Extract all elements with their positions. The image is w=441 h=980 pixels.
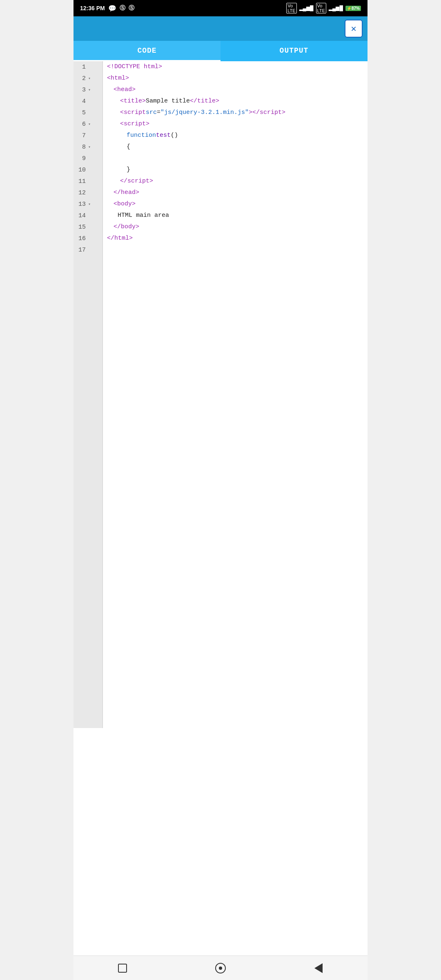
- lte-icon-2: VoLTE: [316, 3, 326, 13]
- code-line-3: <head>: [103, 84, 368, 96]
- code-line-1: <!DOCTYPE html>: [103, 61, 368, 73]
- code-line-17: [103, 244, 368, 256]
- code-line-10: }: [103, 164, 368, 176]
- status-time: 12:36 PM 💬 Ⓢ Ⓢ: [80, 4, 134, 12]
- code-line-16: </html>: [103, 233, 368, 244]
- battery-level: 87%: [352, 6, 360, 11]
- line-12: 12: [74, 187, 102, 198]
- line-4: 4: [74, 96, 102, 107]
- code-line-4: <title>Sample title</title>: [103, 96, 368, 107]
- line-6: 6▾: [74, 118, 102, 130]
- line-3: 3▾: [74, 84, 102, 96]
- status-bar: 12:36 PM 💬 Ⓢ Ⓢ VoLTE ▂▄▆█ VoLTE ▂▄▆█ ⚡ 8…: [74, 0, 368, 16]
- signal-bars-2: ▂▄▆█: [329, 5, 343, 11]
- code-line-15: </body>: [103, 221, 368, 233]
- line-17: 17: [74, 244, 102, 256]
- code-line-8: {: [103, 141, 368, 153]
- bottom-nav: [74, 956, 368, 980]
- line-8: 8▾: [74, 141, 102, 153]
- code-line-7: function test(): [103, 130, 368, 141]
- line-5: 5: [74, 107, 102, 118]
- line-14: 14: [74, 210, 102, 221]
- back-icon: [314, 963, 323, 973]
- code-line-11: </script>: [103, 176, 368, 187]
- home-button[interactable]: [212, 959, 229, 977]
- code-editor[interactable]: 1 2▾ 3▾ 4 5 6▾ 7 8▾ 9 10 11 12 13▾ 14 15…: [74, 61, 368, 728]
- close-button[interactable]: ✕: [345, 20, 363, 38]
- line-1: 1: [74, 61, 102, 73]
- code-line-14: HTML main area: [103, 210, 368, 221]
- stop-button[interactable]: [114, 959, 131, 977]
- line-15: 15: [74, 221, 102, 233]
- top-bar: ✕: [74, 16, 368, 41]
- below-editor-area: [74, 728, 368, 956]
- circle-icon: [215, 963, 226, 973]
- back-button[interactable]: [310, 959, 327, 977]
- line-10: 10: [74, 164, 102, 176]
- line-2: 2▾: [74, 73, 102, 84]
- code-area[interactable]: <!DOCTYPE html> <html> <head> <title>Sam…: [103, 61, 368, 728]
- line-numbers-gutter: 1 2▾ 3▾ 4 5 6▾ 7 8▾ 9 10 11 12 13▾ 14 15…: [74, 61, 103, 728]
- line-7: 7: [74, 130, 102, 141]
- line-16: 16: [74, 233, 102, 244]
- line-11: 11: [74, 176, 102, 187]
- line-9: 9: [74, 153, 102, 164]
- lte-icon-1: VoLTE: [286, 3, 296, 13]
- battery-icon: ⚡ 87%: [345, 6, 361, 11]
- tab-code[interactable]: CODE: [74, 41, 220, 61]
- sim-icon-1: Ⓢ: [120, 4, 125, 12]
- signal-bars-1: ▂▄▆█: [299, 5, 314, 11]
- code-line-5: <script src="js/jquery-3.2.1.min.js"></s…: [103, 107, 368, 118]
- tab-bar: CODE OUTPUT: [74, 41, 368, 61]
- line-13: 13▾: [74, 198, 102, 210]
- code-line-2: <html>: [103, 73, 368, 84]
- editor-empty-space: [103, 256, 368, 501]
- time-display: 12:36 PM: [80, 5, 105, 11]
- code-line-12: </head>: [103, 187, 368, 198]
- whatsapp-icon: 💬: [108, 4, 116, 12]
- code-line-9: [103, 153, 368, 164]
- code-line-13: <body>: [103, 198, 368, 210]
- tab-code-label: CODE: [137, 47, 156, 55]
- sim-icon-2: Ⓢ: [129, 4, 134, 12]
- status-icons: VoLTE ▂▄▆█ VoLTE ▂▄▆█ ⚡ 87%: [286, 3, 361, 13]
- code-line-6: <script>: [103, 118, 368, 130]
- square-icon: [118, 964, 127, 973]
- tab-output[interactable]: OUTPUT: [220, 41, 368, 61]
- tab-output-label: OUTPUT: [280, 47, 309, 55]
